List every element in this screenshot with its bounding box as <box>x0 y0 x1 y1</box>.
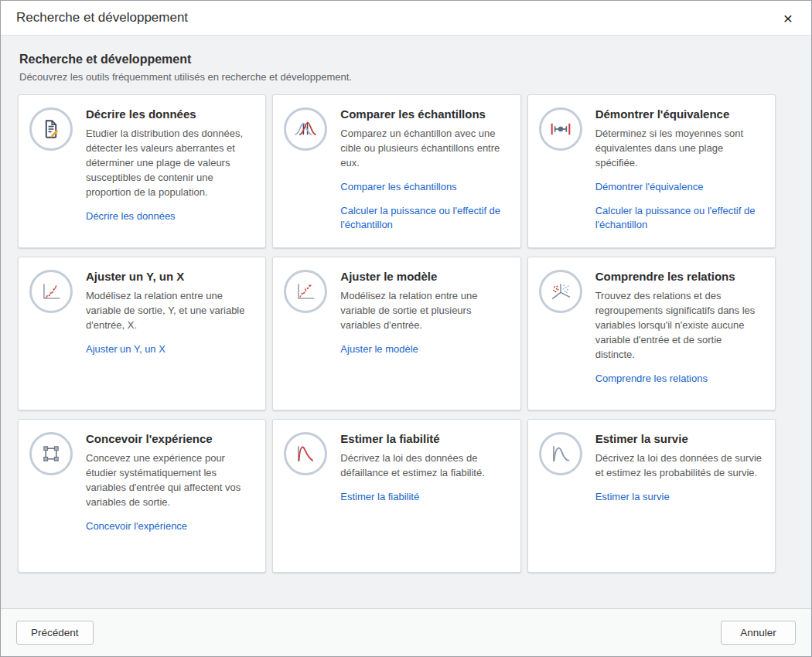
dialog-titlebar: Recherche et développement × <box>1 1 811 36</box>
card-description: Décrivez la loi des données de survie et… <box>595 451 764 480</box>
card-title: Comparer les échantillons <box>340 107 509 121</box>
card-description: Etudier la distribution des données, dét… <box>86 126 254 199</box>
card-link-comprendre-les-relations[interactable]: Comprendre les relations <box>595 372 764 386</box>
tool-card-grid: Décrire les données Etudier la distribut… <box>18 94 776 573</box>
page-title: Recherche et développement <box>19 53 793 66</box>
survival-curve-icon <box>539 432 582 475</box>
card-comparer-les-echantillons: Comparer les échantillons Comparez un éc… <box>272 94 520 248</box>
dialog-window: Recherche et développement × Recherche e… <box>0 0 812 657</box>
card-link-calculer-puissance-effectif[interactable]: Calculer la puissance ou l'effectif de l… <box>340 204 509 232</box>
scatter-curve-icon <box>29 270 73 313</box>
scatter-line-icon <box>284 270 327 313</box>
reliability-curve-icon <box>284 432 327 475</box>
dialog-content: Recherche et développement Découvrez les… <box>1 36 811 608</box>
card-decrire-les-donnees: Décrire les données Etudier la distribut… <box>18 94 266 248</box>
card-concevoir-experience: Concevoir l'expérience Concevez une expé… <box>18 419 266 573</box>
dialog-title: Recherche et développement <box>16 10 188 26</box>
card-title: Comprendre les relations <box>595 270 764 283</box>
card-link-estimer-la-survie[interactable]: Estimer la survie <box>595 490 764 504</box>
card-description: Déterminez si les moyennes sont équivale… <box>595 126 764 170</box>
card-title: Décrire les données <box>86 107 254 121</box>
3d-scatter-icon <box>539 270 582 313</box>
card-demontrer-equivalence: Démontrer l'équivalence Déterminez si le… <box>527 94 776 248</box>
card-title: Estimer la fiabilité <box>340 432 509 445</box>
card-description: Comparez un échantillon avec une cible o… <box>340 126 509 170</box>
page-subtitle: Découvrez les outils fréquemment utilisé… <box>19 71 793 83</box>
cancel-button[interactable]: Annuler <box>721 621 796 645</box>
document-pencil-icon <box>29 107 73 151</box>
card-estimer-la-survie: Estimer la survie Décrivez la loi des do… <box>527 419 776 573</box>
card-estimer-la-fiabilite: Estimer la fiabilité Décrivez la loi des… <box>272 419 520 573</box>
card-title: Concevoir l'expérience <box>86 432 254 445</box>
equivalence-interval-icon <box>539 107 582 151</box>
card-title: Estimer la survie <box>595 432 764 445</box>
card-link-comparer-les-echantillons[interactable]: Comparer les échantillons <box>340 180 509 194</box>
card-link-ajuster-le-modele[interactable]: Ajuster le modèle <box>340 342 509 356</box>
card-link-decrire-les-donnees[interactable]: Décrire les données <box>86 209 254 223</box>
card-description: Décrivez la loi des données de défaillan… <box>340 451 509 480</box>
card-title: Démontrer l'équivalence <box>595 107 764 121</box>
card-link-estimer-la-fiabilite[interactable]: Estimer la fiabilité <box>340 490 509 504</box>
card-link-concevoir-experience[interactable]: Concevoir l'expérience <box>86 519 254 533</box>
card-link-calculer-puissance-effectif[interactable]: Calculer la puissance ou l'effectif de l… <box>595 204 764 232</box>
card-title: Ajuster le modèle <box>340 270 509 283</box>
overlapping-distributions-icon <box>284 107 327 151</box>
card-description: Trouvez des relations et des regroupemen… <box>595 288 764 362</box>
card-title: Ajuster un Y, un X <box>86 270 254 283</box>
card-link-ajuster-un-y-un-x[interactable]: Ajuster un Y, un X <box>86 342 254 356</box>
intro-section: Recherche et développement Découvrez les… <box>1 36 811 83</box>
previous-button[interactable]: Précédent <box>16 621 94 645</box>
card-ajuster-un-y-un-x: Ajuster un Y, un X Modélisez la relation… <box>18 257 266 410</box>
card-ajuster-le-modele: Ajuster le modèle Modélisez la relation … <box>272 257 520 410</box>
doe-square-icon <box>29 432 73 475</box>
card-description: Modélisez la relation entre une variable… <box>340 288 509 332</box>
dialog-footer: Précédent Annuler <box>1 608 811 656</box>
card-description: Modélisez la relation entre une variable… <box>86 288 254 332</box>
card-description: Concevez une expérience pour étudier sys… <box>86 451 254 509</box>
card-comprendre-les-relations: Comprendre les relations Trouvez des rel… <box>527 257 776 410</box>
card-link-demontrer-equivalence[interactable]: Démontrer l'équivalence <box>595 180 764 194</box>
close-icon[interactable]: × <box>780 9 796 28</box>
